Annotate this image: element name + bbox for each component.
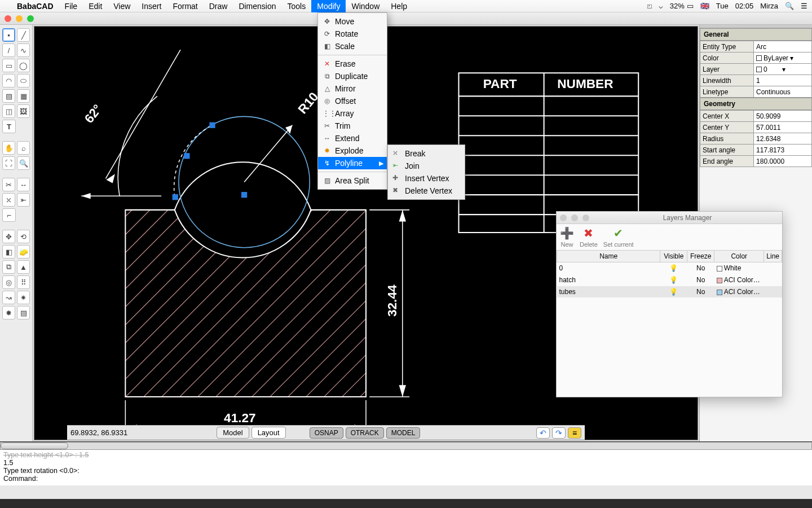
layers-manager-window[interactable]: Layers Manager ➕New ✖Delete ✔Set current… [556, 211, 783, 397]
menu-help[interactable]: Help [385, 0, 413, 12]
mi-areasplit[interactable]: ▨Area Split [318, 174, 387, 187]
tool-asplit[interactable]: ▨ [17, 306, 30, 319]
tool-mirror[interactable]: ▲ [17, 260, 30, 274]
tool-zoomall[interactable]: 🔍 [17, 156, 30, 170]
menu-extras-icon[interactable]: ☰ [801, 2, 807, 10]
tool-rect[interactable]: ▭ [2, 59, 15, 72]
tool-hatch[interactable]: ▨ [2, 89, 15, 103]
tool-pedit[interactable]: ↝ [2, 291, 15, 304]
col-color[interactable]: Color [714, 251, 764, 262]
undo-button[interactable]: ↶ [536, 427, 550, 439]
col-line[interactable]: Line [764, 251, 782, 262]
wifi-icon[interactable]: ⌵ [659, 2, 663, 10]
menu-edit[interactable]: Edit [83, 0, 108, 12]
mi-rotate[interactable]: ⟳Rotate [318, 28, 387, 40]
layers-titlebar[interactable]: Layers Manager [557, 212, 782, 224]
mi-explode[interactable]: ✸Explode [318, 144, 387, 157]
tool-fillet[interactable]: ⌐ [2, 208, 16, 222]
tool-offset[interactable]: ◎ [2, 275, 15, 289]
mi-trim[interactable]: ✂Trim [318, 120, 387, 132]
tool-array[interactable]: ⠿ [17, 275, 30, 289]
spotlight-icon[interactable]: 🔍 [785, 2, 794, 10]
col-freeze[interactable]: Freeze [687, 251, 714, 262]
tool-image[interactable]: 🖼 [17, 104, 30, 118]
command-scrollbar[interactable] [0, 442, 812, 450]
tool-erase[interactable]: 🧽 [17, 245, 30, 259]
tool-spline[interactable]: ∿ [17, 43, 30, 57]
menu-modify[interactable]: Modify [311, 0, 346, 12]
mi-duplicate[interactable]: ⧉Duplicate [318, 70, 387, 82]
mi-move[interactable]: ✥Move [318, 15, 387, 28]
layers-close-icon[interactable] [560, 214, 567, 221]
window-titlebar[interactable] [0, 12, 812, 25]
tool-line2[interactable]: / [2, 43, 15, 57]
menu-view[interactable]: View [108, 0, 136, 12]
tool-zoomwin[interactable]: ⌕ [17, 141, 30, 155]
tab-layout[interactable]: Layout [251, 427, 286, 439]
redo-button[interactable]: ↷ [552, 427, 566, 439]
toggle-otrack[interactable]: OTRACK [346, 427, 384, 439]
maximize-icon[interactable] [27, 15, 34, 22]
tool-join[interactable]: ⤜ [17, 193, 30, 207]
mi-array[interactable]: ⋮⋮Array [318, 107, 387, 120]
layers-setcurrent-button[interactable]: ✔Set current [603, 226, 634, 248]
val-layer[interactable]: 0 ▾ [754, 64, 812, 75]
col-name[interactable]: Name [557, 251, 660, 262]
layers-button[interactable]: ≡ [568, 427, 581, 439]
val-linewidth[interactable]: 1 [754, 75, 812, 86]
tool-block[interactable]: ▦ [17, 89, 30, 103]
tool-break[interactable]: ⤫ [2, 193, 15, 207]
tool-line[interactable]: ╱ [17, 28, 30, 42]
tool-scale[interactable]: ◧ [2, 245, 15, 259]
val-sa[interactable]: 117.8173 [754, 144, 812, 156]
tool-arc[interactable]: ◠ [2, 74, 15, 87]
sm-join[interactable]: ⤜Join [388, 160, 465, 172]
tool-rotate[interactable]: ⟲ [17, 230, 30, 243]
col-visible[interactable]: Visible [660, 251, 687, 262]
val-entity-type[interactable]: Arc [754, 41, 812, 52]
menu-window[interactable]: Window [346, 0, 385, 12]
layers-new-button[interactable]: ➕New [560, 226, 574, 248]
minimize-icon[interactable] [16, 15, 23, 22]
tool-move[interactable]: ✥ [2, 230, 15, 243]
mi-mirror[interactable]: △Mirror [318, 82, 387, 95]
tool-explode2[interactable]: ✷ [17, 291, 30, 304]
layer-row[interactable]: 0💡NoWhite [557, 262, 782, 274]
mi-extend[interactable]: ↔Extend [318, 132, 387, 144]
close-icon[interactable] [5, 15, 11, 22]
sm-insert-vertex[interactable]: ✚Insert Vertex [388, 172, 465, 185]
tool-circle[interactable]: ◯ [17, 59, 30, 72]
tool-pan[interactable]: ✋ [2, 141, 15, 155]
menu-tools[interactable]: Tools [282, 0, 312, 12]
layers-min-icon[interactable] [571, 214, 578, 221]
command-area[interactable]: Type text height <1.0> : 1.5 1.5 Type te… [0, 441, 812, 485]
mi-erase[interactable]: ✕Erase [318, 58, 387, 70]
layers-delete-button[interactable]: ✖Delete [580, 226, 598, 248]
mi-scale[interactable]: ◧Scale [318, 40, 387, 52]
tool-copy[interactable]: ⧉ [2, 260, 15, 274]
val-radius[interactable]: 12.6348 [754, 133, 812, 144]
tool-trim[interactable]: ✂ [2, 178, 15, 191]
tab-model[interactable]: Model [217, 427, 249, 439]
menu-file[interactable]: File [59, 0, 83, 12]
battery-status[interactable]: 32% ▭ [670, 2, 694, 10]
layer-row[interactable]: hatch💡NoACI Color… [557, 274, 782, 286]
tool-zoomext[interactable]: ⛶ [2, 156, 15, 170]
menu-dimension[interactable]: Dimension [233, 0, 281, 12]
tool-explode[interactable]: ✸ [2, 306, 15, 319]
tool-point[interactable]: ▪ [2, 28, 15, 42]
toggle-osnap[interactable]: OSNAP [310, 427, 343, 439]
menu-draw[interactable]: Draw [204, 0, 233, 12]
val-cx[interactable]: 50.9099 [754, 111, 812, 122]
layers-max-icon[interactable] [582, 214, 589, 221]
mi-polyline[interactable]: ↯Polyline▶ [318, 157, 387, 169]
layer-row[interactable]: tubes💡NoACI Color… [557, 286, 782, 298]
tool-text[interactable]: T [2, 120, 16, 133]
tool-extend[interactable]: ↔ [17, 178, 30, 191]
val-linetype[interactable]: Continuous [754, 86, 812, 98]
flag-icon[interactable]: 🇬🇧 [700, 2, 709, 10]
val-cy[interactable]: 57.0011 [754, 122, 812, 133]
menu-insert[interactable]: Insert [136, 0, 167, 12]
sm-delete-vertex[interactable]: ✖Delete Vertex [388, 185, 465, 197]
mi-offset[interactable]: ◎Offset [318, 95, 387, 107]
